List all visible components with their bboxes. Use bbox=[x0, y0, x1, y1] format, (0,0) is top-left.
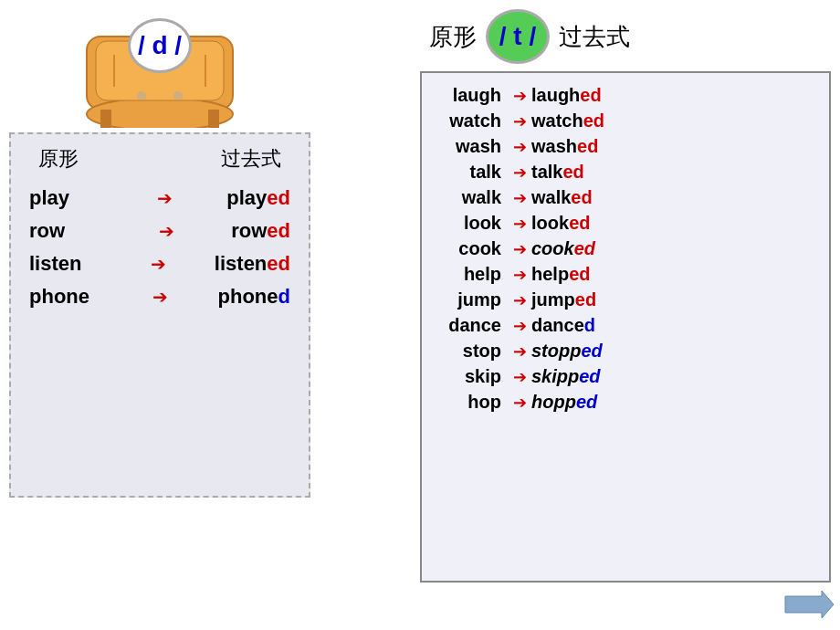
past-watch: watched bbox=[531, 110, 604, 131]
arrow-hop: ➔ bbox=[513, 393, 527, 413]
past-walk: walked bbox=[531, 187, 593, 208]
word-row-play: play ➔ played bbox=[29, 186, 290, 210]
word-row-walk: walk ➔ walked bbox=[436, 187, 815, 208]
word-row-watch: watch ➔ watched bbox=[436, 110, 815, 131]
base-hop: hop bbox=[436, 392, 509, 413]
svg-rect-2 bbox=[100, 110, 111, 128]
arrow-row: ➔ bbox=[159, 220, 174, 242]
past-talk: talked bbox=[531, 162, 584, 183]
arrow-skip: ➔ bbox=[513, 367, 527, 387]
left-header-guoqushi: 过去式 bbox=[221, 145, 281, 173]
base-listen: listen bbox=[29, 252, 102, 276]
svg-marker-9 bbox=[785, 591, 834, 618]
svg-rect-3 bbox=[208, 110, 219, 128]
word-row-laugh: laugh ➔ laughed bbox=[436, 85, 815, 106]
base-look: look bbox=[436, 213, 509, 234]
base-cook: cook bbox=[436, 238, 509, 259]
arrow-cook: ➔ bbox=[513, 239, 527, 259]
word-row-wash: wash ➔ washed bbox=[436, 136, 815, 157]
past-stop: stopped bbox=[531, 341, 603, 362]
arrow-watch: ➔ bbox=[513, 111, 527, 131]
base-row: row bbox=[29, 219, 102, 243]
svg-point-8 bbox=[173, 91, 183, 100]
word-row-stop: stop ➔ stopped bbox=[436, 341, 815, 362]
word-row-jump: jump ➔ jumped bbox=[436, 289, 815, 310]
word-row-help: help ➔ helped bbox=[436, 264, 815, 285]
svg-point-7 bbox=[137, 91, 146, 100]
word-row-cook: cook ➔ cooked bbox=[436, 238, 815, 259]
arrow-play: ➔ bbox=[157, 187, 173, 209]
right-header-yuanxing: 原形 bbox=[429, 21, 477, 53]
right-header-guoqushi: 过去式 bbox=[559, 21, 630, 53]
past-listen: listened bbox=[215, 252, 290, 276]
word-row-phone: phone ➔ phoned bbox=[29, 285, 290, 309]
left-header-yuanxing: 原形 bbox=[38, 145, 79, 173]
past-row: rowed bbox=[231, 219, 290, 243]
arrow-look: ➔ bbox=[513, 214, 527, 234]
arrow-phone: ➔ bbox=[152, 286, 168, 308]
arrow-talk: ➔ bbox=[513, 163, 527, 183]
word-row-dance: dance ➔ danced bbox=[436, 315, 815, 336]
past-hop: hopped bbox=[531, 392, 597, 413]
base-skip: skip bbox=[436, 366, 509, 387]
base-wash: wash bbox=[436, 136, 509, 157]
arrow-laugh: ➔ bbox=[513, 86, 527, 106]
base-play: play bbox=[29, 186, 102, 210]
arrow-wash: ➔ bbox=[513, 137, 527, 157]
arrow-help: ➔ bbox=[513, 265, 527, 285]
phonetic-text-d: / d / bbox=[138, 31, 182, 60]
past-play: played bbox=[226, 186, 290, 210]
base-walk: walk bbox=[436, 187, 509, 208]
word-row-look: look ➔ looked bbox=[436, 213, 815, 234]
next-arrow-icon[interactable] bbox=[781, 589, 835, 621]
right-word-table: laugh ➔ laughed watch ➔ watched wash ➔ w… bbox=[420, 71, 831, 583]
base-jump: jump bbox=[436, 289, 509, 310]
left-table-header: 原形 过去式 bbox=[29, 145, 290, 173]
arrow-walk: ➔ bbox=[513, 188, 527, 208]
base-laugh: laugh bbox=[436, 85, 509, 106]
base-watch: watch bbox=[436, 110, 509, 131]
past-cook: cooked bbox=[531, 238, 595, 259]
word-row-listen: listen ➔ listened bbox=[29, 252, 290, 276]
past-look: looked bbox=[531, 213, 590, 234]
left-word-table: 原形 过去式 play ➔ played row ➔ rowed listen … bbox=[9, 132, 310, 498]
phonetic-badge-t: / t / bbox=[486, 9, 550, 64]
arrow-listen: ➔ bbox=[151, 253, 166, 275]
base-talk: talk bbox=[436, 162, 509, 183]
phonetic-text-t: / t / bbox=[499, 22, 536, 51]
past-phone: phoned bbox=[218, 285, 290, 309]
word-row-row: row ➔ rowed bbox=[29, 219, 290, 243]
past-skip: skipped bbox=[531, 366, 601, 387]
base-stop: stop bbox=[436, 341, 509, 362]
base-help: help bbox=[436, 264, 509, 285]
arrow-jump: ➔ bbox=[513, 290, 527, 310]
past-dance: danced bbox=[531, 315, 595, 336]
base-dance: dance bbox=[436, 315, 509, 336]
word-row-skip: skip ➔ skipped bbox=[436, 366, 815, 387]
word-row-talk: talk ➔ talked bbox=[436, 162, 815, 183]
left-section: / d / 原形 过去式 play ➔ played row ➔ rowed l… bbox=[9, 9, 310, 498]
right-section: 原形 / t / 过去式 laugh ➔ laughed watch ➔ wat… bbox=[420, 9, 831, 583]
phonetic-badge-d: / d / bbox=[128, 18, 192, 73]
right-header: 原形 / t / 过去式 bbox=[420, 9, 831, 64]
past-jump: jumped bbox=[531, 289, 596, 310]
past-help: helped bbox=[531, 264, 590, 285]
arrow-dance: ➔ bbox=[513, 316, 527, 336]
past-laugh: laughed bbox=[531, 85, 602, 106]
word-row-hop: hop ➔ hopped bbox=[436, 392, 815, 413]
base-phone: phone bbox=[29, 285, 102, 309]
chair-container: / d / bbox=[9, 9, 310, 128]
nav-arrow-container[interactable] bbox=[781, 589, 826, 616]
arrow-stop: ➔ bbox=[513, 341, 527, 362]
past-wash: washed bbox=[531, 136, 598, 157]
